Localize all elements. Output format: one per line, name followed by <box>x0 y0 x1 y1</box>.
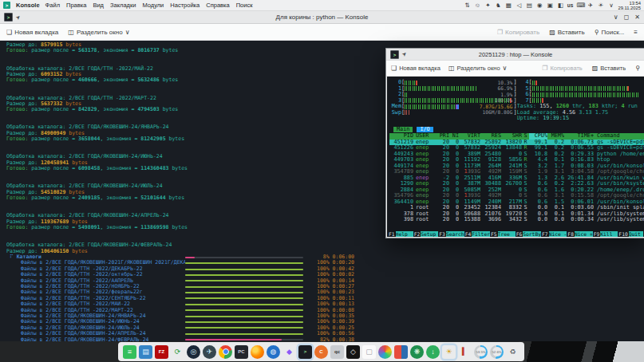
cpu-gauge[interactable]: 53.5% <box>474 345 488 359</box>
messenger-icon[interactable]: ✈ <box>203 345 216 359</box>
menu-item-1[interactable]: Правка <box>66 2 86 9</box>
brightness-icon[interactable]: ☀ <box>597 2 604 9</box>
security-icon[interactable]: ✦ <box>484 2 492 9</box>
fn-f8-button[interactable]: F8Nice + <box>567 231 592 238</box>
htop-search-button[interactable]: ⚲ <box>635 65 640 72</box>
qcad-icon[interactable]: qc <box>330 345 344 359</box>
process-row[interactable]: 449243enep200389M254800S10.80.20:29.33py… <box>389 151 644 158</box>
minimize-button[interactable]: ∨ <box>614 14 618 21</box>
process-row[interactable]: 1root20023452123848332S0.00.10:03.60/sbi… <box>389 205 644 211</box>
steam-icon[interactable]: ◎ <box>187 345 200 359</box>
manjaro-launcher-icon[interactable]: ≡ <box>123 345 136 359</box>
process-row[interactable]: 449703enep2001119291285856R4.40.10:16.83… <box>389 157 644 163</box>
konsole-icon[interactable]: > <box>298 345 312 359</box>
temperature-monitor-icon[interactable]: ▍ <box>458 345 472 359</box>
process-row[interactable]: 1290enep200387M3048826700S0.60.22:22.63/… <box>389 181 644 187</box>
process-row[interactable]: 451226enep200578322592413848R99.10.20:06… <box>389 145 644 151</box>
file-manager-icon[interactable]: ▤ <box>139 345 152 359</box>
fn-f1-button[interactable]: F1Help <box>388 231 413 238</box>
ram-gauge[interactable]: 52.6% <box>490 345 504 359</box>
keyboard-layout[interactable]: us <box>567 2 574 8</box>
column-header-cpu%[interactable]: CPU% <box>529 133 547 140</box>
media-icon[interactable]: ◁ <box>516 2 523 9</box>
menu-item-2[interactable]: Вид <box>93 2 104 9</box>
menu-item-7[interactable]: Поиск <box>236 2 253 9</box>
column-header-pid[interactable]: PID <box>389 133 413 140</box>
code-editor-icon[interactable]: PC <box>235 345 248 359</box>
paste-button[interactable]: ▨ Вставить <box>549 29 584 36</box>
menu-item-5[interactable]: Настройка <box>170 2 200 9</box>
process-row[interactable]: 451219enep200578322589213820R99.10.20:06… <box>389 140 644 146</box>
new-document-icon[interactable]: ▢ <box>362 345 376 359</box>
kdeconnect-icon[interactable]: ⇅ <box>464 2 471 9</box>
column-header-mem%[interactable]: MEM% <box>547 133 564 140</box>
copy-button[interactable]: ❐ Копировать <box>497 29 539 36</box>
column-header-command[interactable]: Command <box>594 133 644 140</box>
tab-main[interactable]: Main <box>393 127 413 133</box>
fn-f3-button[interactable]: F3Search <box>438 231 464 238</box>
fn-f10-button[interactable]: F10Quit <box>618 231 643 238</box>
column-header-res[interactable]: RES <box>480 133 501 140</box>
sync-app-icon[interactable]: ⟳ <box>171 345 184 359</box>
widgets-icon[interactable]: ▦ <box>505 2 512 9</box>
menu-item-0[interactable]: Файл <box>45 2 60 9</box>
c-app-icon[interactable]: C <box>314 345 328 359</box>
filezilla-icon[interactable]: FZ <box>155 345 168 359</box>
trash-icon[interactable]: ♻ <box>506 345 520 359</box>
fn-f5-button[interactable]: F5Tree <box>490 231 516 238</box>
process-row[interactable]: 449174enep2001173M264M241MS3.21.70:08.03… <box>389 163 644 170</box>
clock[interactable]: 13:54 29.11.2025 <box>618 1 641 10</box>
handbrake-icon[interactable]: ❋ <box>410 345 424 359</box>
htop-window[interactable]: > ➤ 20251129 : htop — Konsole ❏ Новая вк… <box>385 48 644 238</box>
process-row[interactable]: 398root2001538836963432S0.00.00:00.34/us… <box>389 217 644 223</box>
download-manager-icon[interactable]: ↓ <box>426 345 440 359</box>
htop-pin-icon[interactable]: ➤ <box>401 50 409 58</box>
touchpad-icon[interactable]: ✈ <box>587 2 594 9</box>
new-tab-button[interactable]: ❏ Новая вкладка <box>6 29 58 36</box>
column-header-shr[interactable]: SHR <box>501 133 522 140</box>
menu-item-4[interactable]: Модули <box>142 2 164 9</box>
process-row[interactable]: 354789enep2001393G492M159MS1.93.13:04.58… <box>389 169 644 175</box>
process-row[interactable]: 885enep-202511M416M336MS1.32.626:41.84/u… <box>389 175 644 182</box>
volume-icon[interactable]: ◧ <box>557 2 564 9</box>
htop-titlebar[interactable]: > ➤ 20251129 : htop — Konsole <box>386 49 644 60</box>
search-button[interactable]: ⚲ Поиск... <box>595 29 625 36</box>
user-switch-icon[interactable]: ☺ <box>474 2 481 9</box>
clipboard-icon[interactable]: ▤ <box>526 2 533 9</box>
maximize-button[interactable]: ◻ <box>624 14 630 21</box>
htop-paste-button[interactable]: ▨ Вставить <box>592 65 626 72</box>
htop-copy-button[interactable]: ❐ Копировать <box>542 65 583 72</box>
pin-icon[interactable]: ➤ <box>14 14 22 22</box>
fn-f7-button[interactable]: F7Nice - <box>541 231 567 238</box>
column-header-user[interactable]: USER <box>413 133 437 140</box>
fn-f9-button[interactable]: F9Kill <box>593 231 618 238</box>
screenshot-icon[interactable]: ▣ <box>547 2 554 9</box>
close-button[interactable]: ✕ <box>634 14 640 21</box>
column-header-time+[interactable]: TIME+ <box>564 133 594 140</box>
split-window-button[interactable]: ◫ Разделить окно ∨ <box>68 29 129 36</box>
process-row[interactable]: 2884enep2005085M252M0S0.61.60:20.22/home… <box>389 187 644 194</box>
hamburger-menu-button[interactable]: ≡ <box>634 29 638 36</box>
process-row[interactable]: 364410enep2001149M240M217MS0.61.50:06.01… <box>389 199 644 206</box>
htop-split-button[interactable]: ◫ Разделить окно ∨ <box>448 65 508 72</box>
obsidian-icon[interactable]: ◆ <box>282 345 296 359</box>
pdf-tool-icon[interactable] <box>394 345 408 359</box>
record-icon[interactable]: ◉ <box>536 2 543 9</box>
column-header-s[interactable]: S <box>522 133 529 140</box>
paint-app-icon[interactable] <box>378 345 392 359</box>
tray-expand-icon[interactable]: ∨ <box>607 2 614 9</box>
chrome-icon[interactable] <box>219 345 232 359</box>
firefox-icon[interactable] <box>251 345 264 359</box>
display-icon[interactable]: ⌨ <box>576 2 583 9</box>
kde-globe-icon[interactable]: ◍ <box>267 345 280 359</box>
fn-f4-button[interactable]: F4Filter <box>464 231 490 238</box>
fn-f6-button[interactable]: F6SortBy <box>516 231 541 238</box>
process-row[interactable]: 378root200506882107619720S0.00.10:01.34/… <box>389 211 644 218</box>
fn-f2-button[interactable]: F2Setup <box>413 231 439 238</box>
column-header-virt[interactable]: VIRT <box>459 133 480 140</box>
htop-new-tab-button[interactable]: ❏ Новая вкладка <box>391 65 441 72</box>
process-row[interactable]: 354796enep2001393G492M0S0.63.10:15.58/op… <box>389 193 644 199</box>
column-header-ni[interactable]: NI <box>449 133 459 140</box>
inkscape-icon[interactable]: ◇ <box>346 345 360 359</box>
main-window-titlebar[interactable]: > ➤ Для корины : python — Konsole ∨◻✕ <box>0 11 644 24</box>
